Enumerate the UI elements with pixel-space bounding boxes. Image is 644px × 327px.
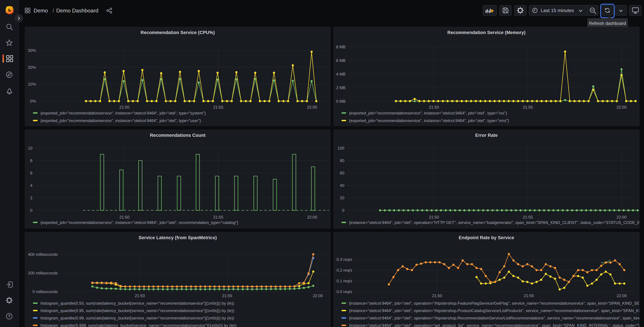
svg-text:4 MB: 4 MB xyxy=(336,72,346,76)
svg-text:{exported_job="recommendations: {exported_job="recommendationservice", i… xyxy=(40,220,238,225)
svg-text:{instance="otelcol:9464", job=: {instance="otelcol:9464", job="otel", op… xyxy=(349,220,640,225)
svg-text:2: 2 xyxy=(30,196,32,200)
svg-text:21:55: 21:55 xyxy=(523,105,533,110)
svg-text:21:55: 21:55 xyxy=(524,294,534,298)
svg-text:?: ? xyxy=(8,314,10,318)
svg-text:40: 40 xyxy=(340,183,344,188)
svg-text:{exported_job="recommendations: {exported_job="recommendationservice", i… xyxy=(349,118,509,123)
svg-text:22:00: 22:00 xyxy=(617,294,627,298)
svg-text:400 milliseconds: 400 milliseconds xyxy=(28,252,58,257)
svg-text:{instance="otelcol:9464", job=: {instance="otelcol:9464", job="otel", op… xyxy=(349,316,640,320)
svg-text:30%: 30% xyxy=(28,48,36,53)
svg-text:{exported_job="recommendations: {exported_job="recommendationservice", i… xyxy=(349,111,507,115)
svg-text:histogram_quantile(0.95, sum(r: histogram_quantile(0.95, sum(rate(latenc… xyxy=(40,308,234,313)
svg-text:{instance="otelcol:9464", job=: {instance="otelcol:9464", job="otel", op… xyxy=(349,301,640,306)
svg-text:21:55: 21:55 xyxy=(222,294,232,298)
svg-text:2 MB: 2 MB xyxy=(336,86,346,90)
svg-text:histogram_quantile(0.99, sum(r: histogram_quantile(0.99, sum(rate(latenc… xyxy=(40,316,234,320)
svg-text:4: 4 xyxy=(30,183,32,188)
svg-text:60: 60 xyxy=(340,171,344,175)
svg-text:8: 8 xyxy=(30,158,32,163)
svg-text:0%: 0% xyxy=(30,99,36,104)
svg-text:0.0 req/s: 0.0 req/s xyxy=(336,290,352,294)
svg-text:10%: 10% xyxy=(28,82,36,86)
svg-text:21:50: 21:50 xyxy=(135,294,145,298)
svg-text:21:55: 21:55 xyxy=(523,215,533,220)
svg-text:20%: 20% xyxy=(28,65,36,70)
svg-text:22:00: 22:00 xyxy=(307,215,317,220)
svg-text:6 MB: 6 MB xyxy=(336,58,346,63)
svg-text:22:00: 22:00 xyxy=(307,105,317,110)
svg-text:22:00: 22:00 xyxy=(616,215,626,220)
svg-text:10: 10 xyxy=(28,146,32,150)
svg-text:0.3 req/s: 0.3 req/s xyxy=(336,257,352,262)
svg-text:{instance="otelcol:9464", job=: {instance="otelcol:9464", job="otel", op… xyxy=(349,323,640,327)
svg-text:20: 20 xyxy=(340,196,344,200)
svg-text:22:00: 22:00 xyxy=(616,105,626,110)
svg-text:0: 0 xyxy=(342,208,344,213)
svg-text:histogram_quantile(0.999, sum(: histogram_quantile(0.999, sum(rate(laten… xyxy=(40,323,236,327)
svg-text:0 MB: 0 MB xyxy=(336,99,346,104)
svg-text:21:50: 21:50 xyxy=(119,215,130,220)
svg-text:0.1 req/s: 0.1 req/s xyxy=(336,279,352,283)
svg-text:6: 6 xyxy=(30,171,32,175)
svg-text:80: 80 xyxy=(340,158,344,163)
svg-text:21:50: 21:50 xyxy=(429,105,439,110)
svg-text:8 MB: 8 MB xyxy=(336,45,346,49)
svg-text:0 milliseconds: 0 milliseconds xyxy=(32,290,58,294)
svg-text:200 milliseconds: 200 milliseconds xyxy=(28,271,58,275)
svg-text:21:50: 21:50 xyxy=(429,215,439,220)
svg-text:22:00: 22:00 xyxy=(313,294,323,298)
svg-text:histogram_quantile(0.50, sum(r: histogram_quantile(0.50, sum(rate(latenc… xyxy=(40,301,234,306)
svg-text:{exported_job="recommendations: {exported_job="recommendationservice", i… xyxy=(40,111,206,115)
svg-text:21:50: 21:50 xyxy=(432,294,442,298)
svg-text:0: 0 xyxy=(30,208,32,213)
svg-text:{instance="otelcol:9464", job=: {instance="otelcol:9464", job="otel", op… xyxy=(349,308,640,313)
svg-text:{exported_job="recommendations: {exported_job="recommendationservice", i… xyxy=(40,118,201,123)
svg-text:21:50: 21:50 xyxy=(119,105,130,110)
svg-text:21:55: 21:55 xyxy=(213,215,223,220)
svg-text:0.2 req/s: 0.2 req/s xyxy=(336,268,352,272)
svg-text:21:55: 21:55 xyxy=(213,105,223,110)
svg-text:100: 100 xyxy=(338,146,344,150)
